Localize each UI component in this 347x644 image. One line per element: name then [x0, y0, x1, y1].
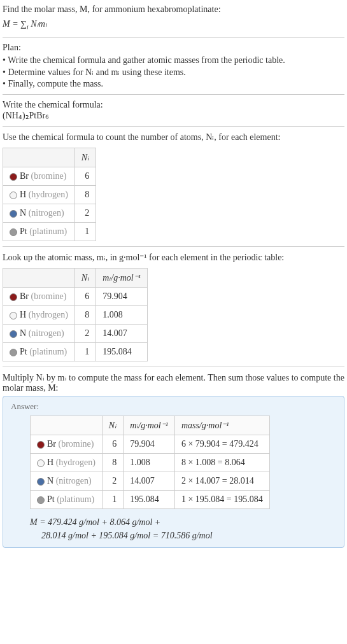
- plan-item: • Determine values for Nᵢ and mᵢ using t…: [3, 67, 344, 78]
- answer-table: Nᵢ mᵢ/g·mol⁻¹ mass/g·mol⁻¹ Br (bromine) …: [30, 416, 270, 509]
- m-value: 1.008: [124, 454, 175, 472]
- empty-header: [3, 148, 75, 167]
- bromine-swatch-icon: [10, 293, 17, 301]
- element-name: (platinum): [29, 227, 67, 236]
- divider: [3, 126, 344, 127]
- element-cell: Pt (platinum): [31, 491, 103, 509]
- m-header: mᵢ/g·mol⁻¹: [124, 416, 175, 435]
- intro-section: Find the molar mass, M, for ammonium hex…: [3, 3, 344, 32]
- plan-section: Plan: • Write the chemical formula and g…: [3, 43, 344, 89]
- chem-formula-text: (NH₄)₂PtBr₆: [3, 110, 344, 121]
- element-symbol: Br: [20, 171, 29, 181]
- mass-header: mass/g·mol⁻¹: [174, 416, 269, 435]
- multiply-section: Multiply Nᵢ by mᵢ to compute the mass fo…: [3, 372, 344, 393]
- m-value: 195.084: [124, 491, 175, 509]
- element-symbol: Pt: [47, 494, 55, 504]
- element-cell: Pt (platinum): [3, 223, 75, 241]
- plan-item: • Write the chemical formula and gather …: [3, 55, 344, 66]
- empty-header: [3, 269, 75, 288]
- hydrogen-swatch-icon: [37, 459, 45, 467]
- element-symbol: N: [20, 208, 26, 218]
- mass-value: 8 × 1.008 = 8.064: [174, 454, 269, 472]
- element-symbol: Pt: [20, 347, 27, 356]
- m-value: 14.007: [124, 472, 175, 491]
- n-header: Nᵢ: [74, 269, 96, 288]
- nitrogen-swatch-icon: [10, 330, 17, 338]
- empty-header: [31, 416, 103, 435]
- m-value: 79.904: [124, 435, 175, 454]
- m-header: mᵢ/g·mol⁻¹: [96, 269, 148, 288]
- element-name: (bromine): [59, 439, 94, 449]
- table-row: Pt (platinum) 1: [3, 223, 96, 241]
- element-cell: N (nitrogen): [3, 204, 75, 223]
- n-value: 2: [74, 325, 96, 343]
- table-row: N (nitrogen) 2: [3, 204, 96, 223]
- bromine-swatch-icon: [10, 173, 17, 181]
- element-cell: Br (bromine): [31, 435, 103, 454]
- table-row: N (nitrogen) 2 14.007 2 × 14.007 = 28.01…: [31, 472, 270, 491]
- final-calculation: M = 479.424 g/mol + 8.064 g/mol + 28.014…: [30, 515, 336, 542]
- chem-formula-heading: Write the chemical formula:: [3, 100, 344, 110]
- element-name: (hydrogen): [29, 190, 68, 199]
- table-row: H (hydrogen) 8 1.008 8 × 1.008 = 8.064: [31, 454, 270, 472]
- element-cell: H (hydrogen): [3, 186, 75, 204]
- divider: [3, 246, 344, 247]
- element-symbol: H: [20, 190, 26, 199]
- table-row: N (nitrogen) 2 14.007: [3, 325, 148, 343]
- element-cell: N (nitrogen): [3, 325, 75, 343]
- n-value: 6: [74, 167, 96, 186]
- table-row: Pt (platinum) 1 195.084: [3, 343, 148, 361]
- platinum-swatch-icon: [37, 496, 45, 504]
- element-cell: H (hydrogen): [3, 306, 75, 325]
- n-value: 8: [102, 454, 123, 472]
- count-atoms-section: Use the chemical formula to count the nu…: [3, 132, 344, 241]
- n-value: 6: [102, 435, 123, 454]
- platinum-swatch-icon: [10, 228, 17, 236]
- element-symbol: Pt: [20, 227, 27, 236]
- mass-value: 6 × 79.904 = 479.424: [174, 435, 269, 454]
- final-line2: 28.014 g/mol + 195.084 g/mol = 710.586 g…: [41, 529, 336, 542]
- platinum-swatch-icon: [10, 349, 17, 356]
- plan-heading: Plan:: [3, 43, 344, 53]
- divider: [3, 37, 344, 38]
- element-name: (hydrogen): [56, 458, 96, 467]
- intro-line1: Find the molar mass, M, for ammonium hex…: [3, 3, 344, 16]
- plan-list: • Write the chemical formula and gather …: [3, 55, 344, 89]
- element-symbol: H: [47, 458, 53, 467]
- element-cell: N (nitrogen): [31, 472, 103, 491]
- multiply-heading: Multiply Nᵢ by mᵢ to compute the mass fo…: [3, 372, 344, 393]
- mass-value: 1 × 195.084 = 195.084: [174, 491, 269, 509]
- element-symbol: N: [47, 476, 53, 486]
- element-name: (bromine): [31, 171, 67, 181]
- atomic-mass-table: Nᵢ mᵢ/g·mol⁻¹ Br (bromine) 6 79.904 H (h…: [3, 268, 148, 361]
- table-header-row: Nᵢ: [3, 148, 96, 167]
- n-value: 2: [74, 204, 96, 223]
- table-row: Br (bromine) 6 79.904 6 × 79.904 = 479.4…: [31, 435, 270, 454]
- table-header-row: Nᵢ mᵢ/g·mol⁻¹ mass/g·mol⁻¹: [31, 416, 270, 435]
- m-value: 195.084: [96, 343, 148, 361]
- n-value: 6: [74, 288, 96, 306]
- n-value: 1: [102, 491, 123, 509]
- divider: [3, 367, 344, 367]
- table-row: H (hydrogen) 8: [3, 186, 96, 204]
- m-value: 79.904: [96, 288, 148, 306]
- n-value: 8: [74, 186, 96, 204]
- mass-value: 2 × 14.007 = 28.014: [174, 472, 269, 491]
- answer-box: Answer: Nᵢ mᵢ/g·mol⁻¹ mass/g·mol⁻¹ Br (b…: [3, 396, 344, 548]
- element-name: (hydrogen): [29, 310, 68, 319]
- table-row: H (hydrogen) 8 1.008: [3, 306, 148, 325]
- n-header: Nᵢ: [74, 148, 96, 167]
- hydrogen-swatch-icon: [10, 312, 17, 319]
- nitrogen-swatch-icon: [37, 478, 45, 486]
- table-header-row: Nᵢ mᵢ/g·mol⁻¹: [3, 269, 148, 288]
- bromine-swatch-icon: [37, 441, 45, 449]
- nitrogen-swatch-icon: [10, 210, 17, 218]
- element-name: (platinum): [29, 347, 67, 356]
- element-name: (platinum): [57, 494, 94, 504]
- element-symbol: Br: [47, 439, 56, 449]
- n-value: 2: [102, 472, 123, 491]
- hydrogen-swatch-icon: [10, 192, 17, 199]
- n-value: 8: [74, 306, 96, 325]
- lookup-heading: Look up the atomic mass, mᵢ, in g·mol⁻¹ …: [3, 252, 344, 263]
- element-cell: Br (bromine): [3, 288, 75, 306]
